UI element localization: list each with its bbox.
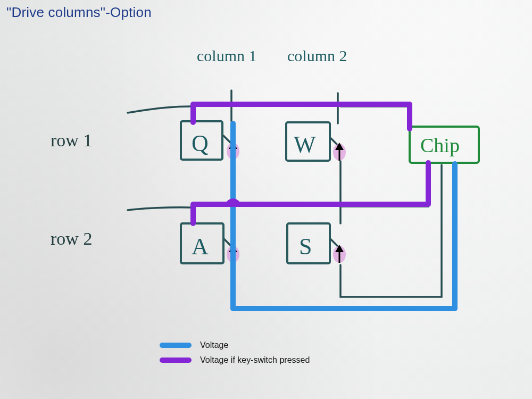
column-2-label: column 2: [287, 47, 347, 64]
chip-label: Chip: [420, 134, 460, 156]
diagram-canvas: column 1 column 2 row 1 row 2 Q W: [0, 0, 532, 399]
column-1-label: column 1: [197, 47, 257, 64]
row-1-label: row 1: [51, 130, 92, 150]
diode-s: [333, 245, 346, 263]
legend-swatch-voltage: [160, 343, 192, 348]
legend-voltage-pressed: Voltage if key-switch pressed: [160, 355, 310, 365]
legend-voltage: Voltage: [160, 340, 310, 350]
key-box-w: W: [286, 122, 330, 161]
legend-voltage-label: Voltage: [200, 340, 228, 350]
key-box-a: A: [181, 223, 223, 263]
chip-box: Chip: [410, 127, 479, 163]
key-s-label: S: [299, 234, 312, 260]
key-box-s: S: [287, 223, 330, 263]
diode-w: [333, 143, 346, 161]
row-2-label: row 2: [51, 229, 92, 248]
key-w-label: W: [294, 131, 316, 157]
legend: Voltage Voltage if key-switch pressed: [160, 340, 310, 370]
key-q-label: Q: [192, 130, 209, 156]
legend-swatch-voltage-pressed: [160, 358, 192, 363]
matrix-wiring: [128, 90, 442, 297]
key-a-label: A: [192, 234, 209, 260]
legend-voltage-pressed-label: Voltage if key-switch pressed: [200, 355, 310, 365]
key-box-q: Q: [181, 121, 222, 160]
